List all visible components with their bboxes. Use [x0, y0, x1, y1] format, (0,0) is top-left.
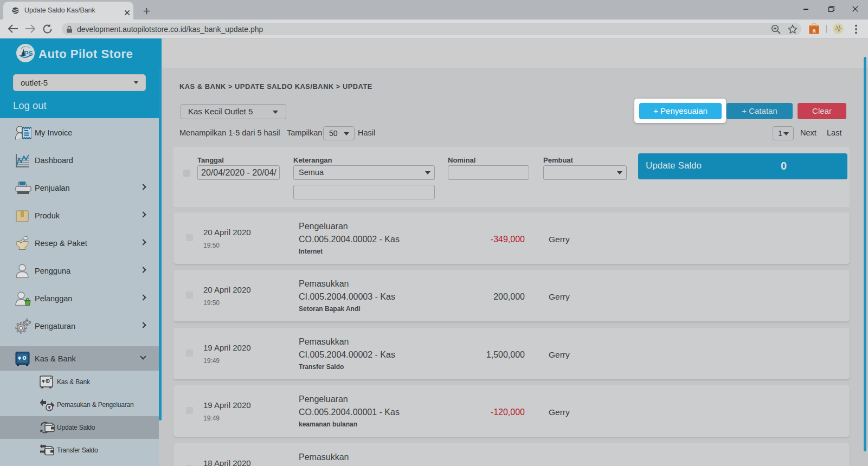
svg-text:a: a	[812, 27, 816, 34]
svg-text:₹: ₹	[48, 405, 51, 411]
